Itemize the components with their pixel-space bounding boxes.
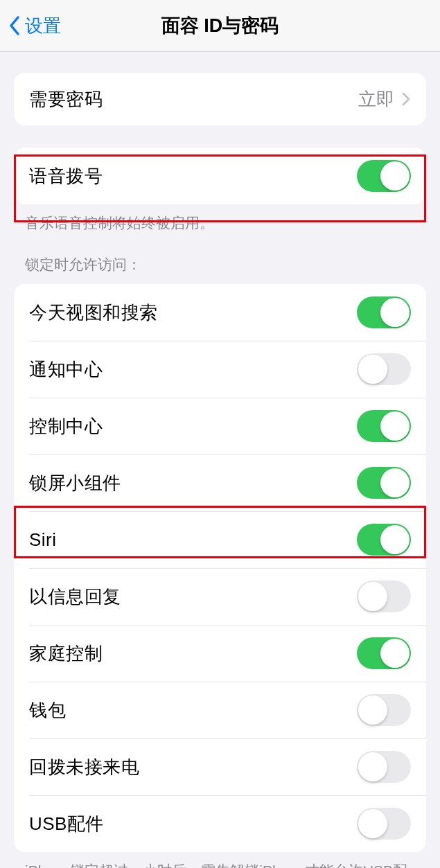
- lock-screen-widgets-label: 锁屏小组件: [29, 471, 121, 495]
- reply-with-message-label: 以信息回复: [29, 585, 121, 609]
- home-control-toggle[interactable]: [357, 637, 411, 669]
- lock-access-group: 今天视图和搜索 通知中心 控制中心 锁屏小组件 Siri 以信息回复 家庭控制: [14, 284, 426, 852]
- lock-screen-widgets-toggle[interactable]: [357, 467, 411, 499]
- wallet-row: 钱包: [14, 682, 426, 738]
- chevron-left-icon: [8, 15, 21, 36]
- wallet-toggle[interactable]: [357, 694, 411, 726]
- control-center-toggle[interactable]: [357, 410, 411, 442]
- lock-screen-widgets-row: 锁屏小组件: [14, 454, 426, 511]
- toggle-knob: [380, 298, 410, 327]
- toggle-knob: [358, 809, 387, 838]
- toggle-knob: [358, 696, 387, 725]
- notification-center-label: 通知中心: [29, 357, 103, 382]
- voice-dial-footer: 音乐语音控制将始终被启用。: [0, 204, 440, 233]
- reply-with-message-toggle[interactable]: [357, 581, 411, 612]
- usb-footer: iPhone锁定超过一小时后，需先解锁iPhone才能允许USB配件连接。: [0, 852, 440, 868]
- require-passcode-row[interactable]: 需要密码 立即: [14, 73, 426, 125]
- require-passcode-value: 立即: [358, 87, 394, 112]
- voice-dial-toggle[interactable]: [357, 160, 411, 192]
- toggle-knob: [358, 752, 387, 781]
- reply-with-message-row: 以信息回复: [14, 568, 426, 625]
- toggle-knob: [358, 355, 387, 384]
- control-center-row: 控制中心: [14, 398, 426, 454]
- toggle-knob: [358, 582, 387, 611]
- voice-dial-label: 语音拨号: [29, 164, 103, 188]
- notification-center-row: 通知中心: [14, 341, 426, 398]
- navigation-bar: 设置 面容 ID与密码: [0, 0, 440, 52]
- lock-access-header: 锁定时允许访问：: [0, 255, 440, 280]
- passcode-group: 需要密码 立即: [14, 73, 426, 125]
- today-view-toggle[interactable]: [357, 296, 411, 328]
- home-control-row: 家庭控制: [14, 625, 426, 682]
- voice-dial-row: 语音拨号: [14, 148, 426, 204]
- usb-accessories-label: USB配件: [29, 812, 104, 836]
- chevron-right-icon: [401, 91, 411, 107]
- back-button[interactable]: 设置: [0, 14, 61, 38]
- toggle-knob: [380, 639, 410, 668]
- toggle-knob: [380, 468, 410, 497]
- voice-dial-group: 语音拨号: [14, 148, 426, 204]
- toggle-knob: [380, 525, 410, 554]
- wallet-label: 钱包: [29, 698, 66, 723]
- today-view-row: 今天视图和搜索: [14, 284, 426, 341]
- usb-accessories-toggle[interactable]: [357, 808, 411, 840]
- return-missed-calls-toggle[interactable]: [357, 751, 411, 783]
- toggle-knob: [380, 161, 410, 191]
- return-missed-calls-row: 回拨未接来电: [14, 738, 426, 795]
- siri-toggle[interactable]: [357, 524, 411, 556]
- control-center-label: 控制中心: [29, 414, 103, 439]
- today-view-label: 今天视图和搜索: [29, 301, 158, 325]
- notification-center-toggle[interactable]: [357, 353, 411, 385]
- return-missed-calls-label: 回拨未接来电: [29, 755, 139, 779]
- siri-label: Siri: [29, 529, 57, 551]
- home-control-label: 家庭控制: [29, 641, 103, 666]
- usb-accessories-row: USB配件: [14, 795, 426, 852]
- siri-row: Siri: [14, 511, 426, 568]
- page-title: 面容 ID与密码: [0, 13, 440, 38]
- back-label: 设置: [25, 14, 61, 38]
- require-passcode-label: 需要密码: [29, 87, 103, 112]
- toggle-knob: [380, 411, 410, 441]
- row-value-wrap: 立即: [358, 87, 411, 112]
